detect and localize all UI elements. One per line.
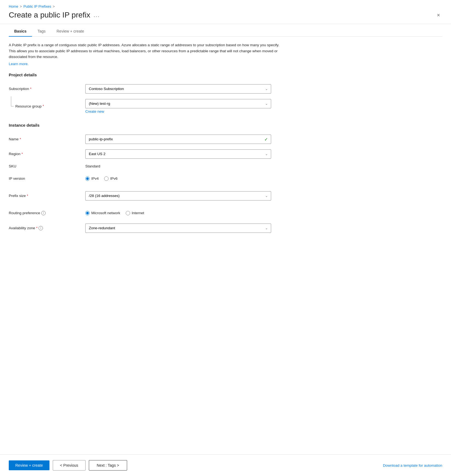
- resource-group-select[interactable]: (New) test-rg: [85, 99, 271, 108]
- resource-group-label: Resource group *: [9, 96, 85, 116]
- microsoft-network-label: Microsoft network: [91, 211, 120, 215]
- prefix-size-control: /28 (16 addresses) ⌄: [85, 188, 296, 203]
- ip-version-radio-group: IPv4 IPv6: [85, 174, 296, 184]
- ipv6-radio[interactable]: [104, 176, 109, 181]
- subscription-control: Contoso Subscription ⌄: [85, 82, 296, 96]
- ip-version-control: IPv4 IPv6: [85, 171, 296, 186]
- ipv4-radio[interactable]: [85, 176, 90, 181]
- breadcrumb-sep1: >: [20, 5, 22, 8]
- project-details-form: Subscription * Contoso Subscription ⌄ Re…: [9, 82, 296, 116]
- content-area: Basics Tags Review + create A Public IP …: [0, 24, 451, 454]
- resource-group-select-wrapper: (New) test-rg ⌄: [85, 99, 271, 108]
- routing-preference-radio-group: Microsoft network Internet: [85, 208, 296, 218]
- prefix-size-label: Prefix size *: [9, 188, 85, 203]
- project-details-title: Project details: [9, 72, 442, 77]
- sku-label: SKU: [9, 161, 85, 171]
- microsoft-network-radio[interactable]: [85, 211, 90, 215]
- availability-zone-required: *: [36, 226, 38, 230]
- region-control: East US 2 ⌄: [85, 147, 296, 161]
- header-left: Create a public IP prefix ...: [9, 11, 100, 19]
- region-select[interactable]: East US 2: [85, 149, 271, 159]
- microsoft-network-option[interactable]: Microsoft network: [85, 211, 120, 215]
- tabs-container: Basics Tags Review + create: [9, 24, 442, 37]
- breadcrumb-sep2: >: [53, 5, 55, 8]
- subscription-select-wrapper: Contoso Subscription ⌄: [85, 84, 271, 94]
- learn-more-link[interactable]: Learn more.: [9, 62, 29, 66]
- ip-version-label: IP version: [9, 171, 85, 186]
- name-input[interactable]: [85, 135, 271, 144]
- row-spacer-1: [9, 186, 296, 188]
- ipv4-label: IPv4: [91, 176, 99, 181]
- name-required: *: [20, 137, 21, 141]
- name-input-wrapper: ✓: [85, 135, 271, 144]
- bottom-spacer: [9, 236, 442, 246]
- review-create-button[interactable]: Review + create: [9, 460, 49, 470]
- ipv6-label: IPv6: [110, 176, 118, 181]
- subscription-label: Subscription *: [9, 82, 85, 96]
- resource-group-required: *: [43, 104, 44, 108]
- name-control: ✓: [85, 132, 296, 147]
- availability-zone-control: Zone-redundant ⌄: [85, 221, 296, 236]
- availability-zone-select-wrapper: Zone-redundant ⌄: [85, 224, 271, 233]
- previous-button[interactable]: < Previous: [53, 460, 86, 471]
- availability-zone-info-icon: i: [39, 226, 43, 230]
- tab-tags[interactable]: Tags: [32, 26, 51, 37]
- name-check-icon: ✓: [264, 137, 268, 142]
- internet-radio[interactable]: [126, 211, 130, 215]
- ipv6-option[interactable]: IPv6: [104, 176, 118, 181]
- subscription-required: *: [30, 87, 31, 91]
- region-label: Region *: [9, 147, 85, 161]
- region-select-wrapper: East US 2 ⌄: [85, 149, 271, 159]
- breadcrumb-home[interactable]: Home: [9, 4, 18, 8]
- instance-details-form: Name * ✓ Region * East US 2 ⌄: [9, 132, 296, 236]
- page-title: Create a public IP prefix: [9, 11, 90, 19]
- description-text: A Public IP prefix is a range of contigu…: [9, 42, 282, 60]
- ipv4-option[interactable]: IPv4: [85, 176, 99, 181]
- close-button[interactable]: ×: [435, 11, 442, 19]
- internet-option[interactable]: Internet: [126, 211, 144, 215]
- sku-value: Standard: [85, 161, 296, 171]
- availability-zone-select[interactable]: Zone-redundant: [85, 224, 271, 233]
- create-new-link[interactable]: Create new: [85, 109, 296, 114]
- prefix-size-required: *: [27, 194, 28, 198]
- tab-basics[interactable]: Basics: [9, 26, 32, 37]
- region-required: *: [22, 152, 23, 156]
- prefix-size-select[interactable]: /28 (16 addresses): [85, 191, 271, 201]
- subscription-select[interactable]: Contoso Subscription: [85, 84, 271, 94]
- header: Create a public IP prefix ... ×: [0, 8, 451, 24]
- resource-group-control: (New) test-rg ⌄ Create new: [85, 96, 296, 116]
- row-spacer-2: [9, 203, 296, 205]
- page-container: Home > Public IP Prefixes > Create a pub…: [0, 0, 451, 476]
- routing-preference-label: Routing preference i: [9, 205, 85, 221]
- prefix-size-select-wrapper: /28 (16 addresses) ⌄: [85, 191, 271, 201]
- header-menu-icon[interactable]: ...: [93, 12, 100, 18]
- availability-zone-label: Availability zone * i: [9, 221, 85, 236]
- routing-preference-control: Microsoft network Internet: [85, 205, 296, 221]
- download-template-link[interactable]: Download a template for automation: [383, 463, 442, 468]
- footer: Review + create < Previous Next : Tags >…: [0, 454, 451, 476]
- name-label: Name *: [9, 132, 85, 147]
- breadcrumb-parent[interactable]: Public IP Prefixes: [24, 4, 51, 8]
- next-button[interactable]: Next : Tags >: [89, 460, 127, 471]
- internet-label: Internet: [132, 211, 144, 215]
- instance-details-title: Instance details: [9, 123, 442, 127]
- routing-preference-info-icon: i: [41, 211, 46, 215]
- tab-review-create[interactable]: Review + create: [51, 26, 90, 37]
- breadcrumb: Home > Public IP Prefixes >: [0, 0, 451, 8]
